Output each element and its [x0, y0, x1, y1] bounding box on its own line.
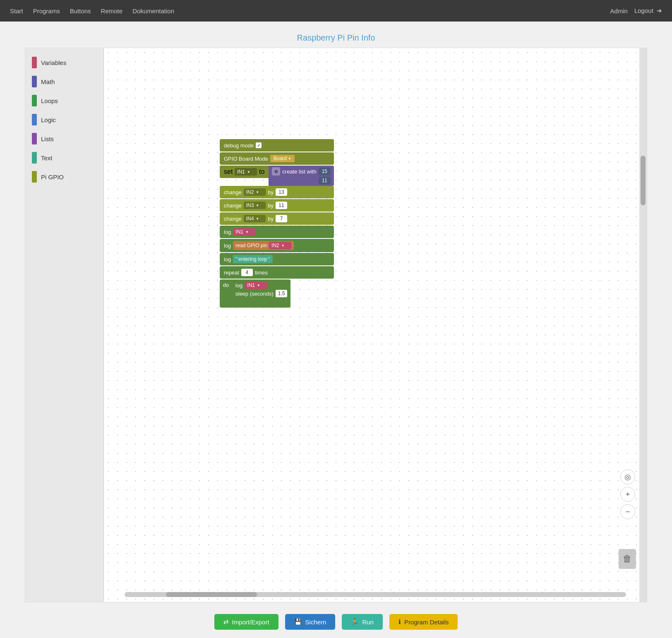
sidebar-label-logic: Logic	[41, 116, 56, 123]
lists-color	[32, 133, 37, 144]
num15: 15	[319, 168, 331, 175]
debug-mode-label: debug mode	[224, 142, 254, 149]
zoom-in-button[interactable]: +	[620, 487, 635, 502]
logic-color	[32, 114, 37, 125]
do-label-area: do	[220, 279, 232, 308]
string-entering-loop[interactable]: " entering loop "	[233, 255, 272, 263]
math-color	[32, 76, 37, 87]
by-in3-label: by	[268, 202, 274, 209]
block-log-in1[interactable]: log IN1	[220, 226, 334, 238]
block-set-in1[interactable]: set IN1 to ⚙ create list with 15 11	[220, 166, 334, 186]
debug-check: ✓	[256, 142, 262, 148]
block-change-in3[interactable]: change IN3 by 11	[220, 199, 334, 212]
pigpio-color	[32, 171, 37, 183]
text-color	[32, 152, 37, 164]
by-in4-label: by	[268, 216, 274, 222]
num11: 11	[319, 177, 331, 184]
program-details-button[interactable]: ℹ Program Details	[389, 614, 458, 630]
block-repeat[interactable]: repeat 4 times	[220, 266, 334, 279]
do-log-in1[interactable]: log IN1	[235, 282, 287, 289]
import-export-button[interactable]: ⇄ Import/Export	[214, 614, 278, 630]
sleep-label: sleep (seconds)	[235, 291, 274, 297]
times-label: times	[255, 270, 268, 276]
zoom-out-button[interactable]: −	[620, 504, 635, 519]
sidebar-item-pigpio[interactable]: Pi GPIO	[25, 167, 103, 186]
list-block[interactable]: ⚙ create list with 15 11	[269, 166, 334, 186]
blocks-container: debug mode ✓ GPIO Board Mode Board set I…	[220, 139, 334, 308]
sidebar-label-loops: Loops	[41, 97, 58, 104]
block-change-in2[interactable]: change IN2 by 13	[220, 186, 334, 198]
horizontal-scrollbar[interactable]	[125, 592, 626, 597]
program-details-label: Program Details	[404, 619, 449, 626]
run-button[interactable]: 🏃 Run	[342, 614, 383, 630]
canvas-area[interactable]: debug mode ✓ GPIO Board Mode Board set I…	[104, 48, 647, 602]
run-icon: 🏃	[351, 618, 359, 626]
nav-buttons[interactable]: Buttons	[70, 7, 91, 14]
block-change-in4[interactable]: change IN4 by 7	[220, 212, 334, 225]
create-list-label: create list with	[282, 169, 316, 175]
nav-dokumentation[interactable]: Dokumentation	[132, 7, 174, 14]
sidebar-item-logic[interactable]: Logic	[25, 110, 103, 129]
change-in3-label: change	[224, 202, 242, 209]
nav-remote[interactable]: Remote	[101, 7, 123, 14]
sidebar-item-math[interactable]: Math	[25, 72, 103, 91]
sidebar-label-lists: Lists	[41, 135, 54, 142]
nav-programs[interactable]: Programs	[33, 7, 60, 14]
block-log-string[interactable]: log " entering loop "	[220, 253, 334, 265]
log-in2-dropdown[interactable]: IN2	[269, 242, 291, 249]
center-view-button[interactable]: ◎	[620, 469, 635, 484]
sidebar-label-pigpio: Pi GPIO	[41, 173, 64, 181]
do-sleep[interactable]: sleep (seconds) 1.5	[235, 290, 287, 297]
in4-dropdown[interactable]: IN4	[244, 215, 266, 222]
block-log-gpio[interactable]: log read GPIO pin IN2	[220, 239, 334, 252]
sidebar-item-loops[interactable]: Loops	[25, 91, 103, 110]
h-scrollbar-thumb[interactable]	[166, 592, 257, 597]
vertical-scrollbar[interactable]	[639, 48, 647, 602]
sichern-button[interactable]: 💾 Sichern	[285, 614, 336, 630]
do-in1-dropdown[interactable]: IN1	[245, 282, 267, 289]
sichern-label: Sichern	[305, 619, 326, 626]
sidebar-item-lists[interactable]: Lists	[25, 129, 103, 148]
v-scrollbar-thumb[interactable]	[641, 156, 646, 205]
read-gpio-block[interactable]: read GPIO pin IN2	[233, 241, 293, 250]
bottom-toolbar: ⇄ Import/Export 💾 Sichern 🏃 Run ℹ Progra…	[0, 602, 672, 638]
sidebar-item-variables[interactable]: Variables	[25, 53, 103, 72]
log-string-label: log	[224, 256, 231, 262]
sleep-value: 1.5	[276, 290, 288, 297]
nav-admin[interactable]: Admin	[610, 7, 628, 14]
num11b: 11	[276, 202, 287, 209]
do-content: log IN1 sleep (seconds) 1.5	[232, 279, 290, 308]
in1-dropdown[interactable]: IN1	[235, 168, 257, 176]
list-icon: ⚙	[272, 167, 280, 176]
trash-button[interactable]: 🗑	[619, 549, 636, 569]
sidebar-label-variables: Variables	[41, 59, 66, 66]
info-icon: ℹ	[398, 618, 401, 626]
log-label: log	[224, 229, 231, 235]
do-log-label: log	[235, 282, 242, 289]
canvas-controls: ◎ + −	[620, 469, 635, 519]
board-dropdown[interactable]: Board	[270, 155, 295, 162]
nav-start[interactable]: Start	[10, 7, 23, 14]
log-in1-dropdown[interactable]: IN1	[233, 228, 255, 236]
logout-icon: ➜	[657, 7, 662, 14]
to-label: to	[259, 168, 264, 176]
in2-dropdown[interactable]: IN2	[244, 188, 266, 196]
import-export-label: Import/Export	[232, 619, 269, 626]
variables-color	[32, 57, 37, 68]
sidebar-label-text: Text	[41, 154, 53, 161]
num13: 13	[276, 188, 287, 196]
log-gpio-label: log	[224, 243, 231, 249]
block-do[interactable]: do log IN1 sleep (seconds) 1.5	[220, 279, 334, 308]
sidebar-item-text[interactable]: Text	[25, 148, 103, 167]
block-gpio-board-mode[interactable]: GPIO Board Mode Board	[220, 152, 334, 165]
navbar: Start Programs Buttons Remote Dokumentat…	[0, 0, 672, 22]
set-label: set	[224, 168, 233, 176]
repeat-label: repeat	[224, 270, 239, 276]
in3-dropdown[interactable]: IN3	[244, 202, 266, 209]
change-label: change	[224, 189, 242, 195]
block-debug-mode[interactable]: debug mode ✓	[220, 139, 334, 152]
import-export-icon: ⇄	[223, 618, 229, 626]
nav-logout[interactable]: Logout ➜	[634, 7, 662, 14]
entering-loop-text: entering loop	[238, 256, 267, 262]
sidebar-label-math: Math	[41, 78, 55, 85]
